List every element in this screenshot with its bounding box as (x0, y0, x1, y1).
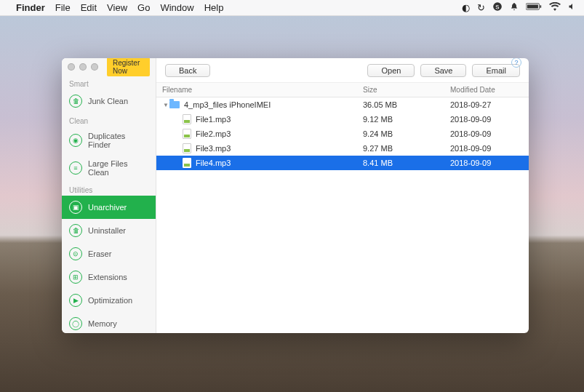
sidebar-item-label: Uninstaller (88, 226, 126, 235)
optimization-icon: ▶ (69, 294, 82, 307)
menu-go[interactable]: Go (137, 2, 150, 13)
trash-icon: 🗑 (69, 95, 82, 108)
table-row[interactable]: File2.mp3 9.24 MB 2018-09-09 (156, 127, 529, 141)
status-icon[interactable]: ◐ (462, 2, 470, 13)
sidebar-item-eraser[interactable]: ⊝ Eraser (62, 242, 156, 265)
sidebar-item-memory[interactable]: ◯ Memory (62, 312, 156, 333)
sidebar-item-uninstaller[interactable]: 🗑 Uninstaller (62, 219, 156, 242)
section-utilities: Utilities (62, 182, 156, 196)
menubar-right: ◐ ↻ (462, 1, 577, 14)
svg-rect-1 (527, 4, 538, 8)
header-filename[interactable]: Filename (162, 86, 363, 94)
menu-edit[interactable]: Edit (81, 2, 97, 13)
main-pane: ? Back Open Save Email Filename Size Mod… (156, 58, 529, 333)
mp3-file-icon (183, 129, 191, 139)
minimize-button[interactable] (79, 63, 87, 71)
macos-menubar: Finder File Edit View Go Window Help ◐ ↻ (0, 0, 584, 16)
mp3-file-icon (183, 143, 191, 153)
duplicates-icon: ◉ (69, 134, 82, 147)
window-titlebar: Register Now (62, 58, 156, 76)
file-name: File4.mp3 (196, 159, 231, 167)
header-date[interactable]: Modified Date (450, 86, 523, 94)
extensions-icon: ⊞ (69, 271, 82, 284)
toolbar: ? Back Open Save Email (156, 58, 529, 83)
battery-icon[interactable] (526, 2, 542, 13)
menu-view[interactable]: View (107, 2, 127, 13)
sidebar-item-label: Unarchiver (88, 203, 127, 212)
disclosure-triangle-icon[interactable]: ▼ (162, 102, 169, 108)
back-button[interactable]: Back (165, 64, 210, 77)
wifi-icon[interactable] (549, 2, 561, 13)
file-date: 2018-09-09 (450, 144, 523, 153)
file-size: 9.27 MB (363, 144, 450, 153)
sidebar-item-label: Large Files Clean (88, 159, 148, 177)
header-size[interactable]: Size (363, 86, 450, 94)
sidebar-item-label: Extensions (88, 273, 127, 281)
file-date: 2018-09-09 (450, 129, 523, 138)
mp3-file-icon (183, 158, 191, 168)
file-date: 2018-09-09 (450, 159, 523, 167)
file-size: 9.12 MB (363, 115, 450, 124)
sidebar-item-label: Eraser (88, 249, 111, 258)
file-date: 2018-09-09 (450, 115, 523, 124)
notification-icon[interactable] (510, 1, 519, 14)
table-row[interactable]: File3.mp3 9.27 MB 2018-09-09 (156, 141, 529, 156)
file-date: 2018-09-27 (450, 100, 523, 109)
column-headers: Filename Size Modified Date (156, 83, 529, 97)
sidebar-item-large-files[interactable]: ≡ Large Files Clean (62, 154, 156, 182)
mp3-file-icon (183, 114, 191, 124)
close-button[interactable] (68, 63, 75, 71)
sidebar-item-label: Optimization (88, 296, 132, 305)
file-size: 9.24 MB (363, 129, 450, 138)
table-row[interactable]: ▼ 4_mp3_files iPhoneIMEI 36.05 MB 2018-0… (156, 97, 529, 112)
status-icon[interactable]: ↻ (477, 2, 485, 13)
table-row[interactable]: File4.mp3 8.41 MB 2018-09-09 (156, 156, 529, 170)
table-row[interactable]: File1.mp3 9.12 MB 2018-09-09 (156, 112, 529, 127)
save-button[interactable]: Save (420, 64, 466, 77)
volume-icon[interactable] (568, 2, 577, 13)
menu-help[interactable]: Help (204, 2, 224, 13)
unarchiver-icon: ▣ (69, 201, 82, 214)
eraser-icon: ⊝ (69, 247, 82, 260)
menu-window[interactable]: Window (160, 2, 193, 13)
sidebar-item-extensions[interactable]: ⊞ Extensions (62, 265, 156, 289)
svg-rect-2 (540, 5, 541, 7)
app-window: Register Now Smart 🗑 Junk Clean Clean ◉ … (62, 58, 529, 333)
file-size: 8.41 MB (363, 159, 450, 167)
file-name: File1.mp3 (196, 115, 231, 124)
sidebar-item-label: Junk Clean (88, 97, 128, 105)
sidebar-item-unarchiver[interactable]: ▣ Unarchiver (62, 196, 156, 219)
sidebar-item-optimization[interactable]: ▶ Optimization (62, 289, 156, 312)
file-size: 36.05 MB (363, 100, 450, 109)
sidebar-item-duplicates-finder[interactable]: ◉ Duplicates Finder (62, 127, 156, 154)
sidebar: Register Now Smart 🗑 Junk Clean Clean ◉ … (62, 58, 156, 333)
section-smart: Smart (62, 76, 156, 89)
file-list: ▼ 4_mp3_files iPhoneIMEI 36.05 MB 2018-0… (156, 97, 529, 333)
memory-icon: ◯ (69, 317, 82, 330)
large-files-icon: ≡ (69, 161, 82, 175)
uninstaller-icon: 🗑 (69, 224, 82, 237)
zoom-button[interactable] (91, 63, 98, 71)
section-clean: Clean (62, 113, 156, 127)
skype-icon[interactable] (492, 1, 503, 14)
sidebar-item-label: Duplicates Finder (88, 132, 148, 149)
register-now-button[interactable]: Register Now (107, 58, 150, 76)
sidebar-item-junk-clean[interactable]: 🗑 Junk Clean (62, 89, 156, 113)
file-name: File3.mp3 (196, 144, 231, 153)
app-name[interactable]: Finder (16, 2, 45, 13)
traffic-lights (68, 63, 98, 71)
folder-icon (169, 101, 180, 108)
file-name: File2.mp3 (196, 129, 231, 138)
sidebar-item-label: Memory (88, 319, 117, 328)
open-button[interactable]: Open (367, 64, 415, 77)
file-name: 4_mp3_files iPhoneIMEI (184, 100, 271, 109)
menu-file[interactable]: File (55, 2, 71, 13)
